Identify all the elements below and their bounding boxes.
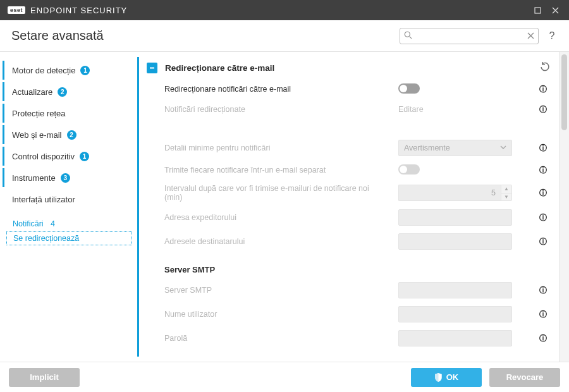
collapse-icon[interactable] bbox=[147, 63, 157, 73]
row-recipient-addresses: Adresele destinatarului bbox=[139, 230, 556, 254]
button-label: OK bbox=[446, 372, 459, 382]
select-value: Avertismente bbox=[404, 144, 450, 152]
sidebar-item-label: Protecție rețea bbox=[12, 109, 66, 118]
default-button[interactable]: Implicit bbox=[9, 368, 80, 387]
button-label: Implicit bbox=[30, 372, 59, 382]
sidebar-badge: 1 bbox=[80, 152, 89, 161]
content-panel: Redirecționare către e-mail Redirecționa… bbox=[136, 52, 559, 362]
svg-rect-0 bbox=[535, 8, 541, 13]
chevron-down-icon bbox=[500, 144, 506, 152]
scrollbar[interactable] bbox=[559, 52, 569, 362]
window-maximize-button[interactable] bbox=[529, 0, 546, 20]
revert-icon[interactable] bbox=[540, 62, 550, 74]
sidebar-item-detection-engine[interactable]: Motor de detecție 1 bbox=[3, 61, 132, 80]
header: Setare avansată ? bbox=[0, 20, 569, 52]
sidebar-item-network-protection[interactable]: Protecție rețea bbox=[3, 104, 132, 123]
button-label: Revocare bbox=[506, 372, 544, 382]
row-label: Redirecționare notificări către e-mail bbox=[164, 85, 379, 94]
sidebar-sub-label: Notificări bbox=[13, 219, 44, 228]
sidebar-sub-forwarding[interactable]: Se redirecționează bbox=[6, 231, 132, 245]
row-sender-address: Adresa expeditorului bbox=[139, 205, 556, 230]
section-header: Redirecționare către e-mail bbox=[139, 57, 556, 79]
spinner-value: 5 bbox=[398, 185, 501, 201]
sidebar-item-label: Actualizare bbox=[12, 87, 52, 97]
row-label: Nume utilizator bbox=[164, 310, 379, 319]
window-close-button[interactable] bbox=[546, 0, 564, 20]
row-min-verbosity: Detalii minime pentru notificări Avertis… bbox=[139, 136, 556, 160]
sidebar-badge: 4 bbox=[51, 219, 55, 228]
info-icon[interactable] bbox=[536, 104, 550, 115]
row-label: Adresa expeditorului bbox=[164, 213, 379, 222]
input-smtp-password[interactable] bbox=[398, 330, 512, 346]
input-sender-address[interactable] bbox=[398, 209, 512, 226]
search-input[interactable] bbox=[416, 32, 523, 40]
section-email-forwarding: Redirecționare către e-mail Redirecționa… bbox=[137, 57, 556, 357]
sidebar-item-user-interface[interactable]: Interfață utilizator bbox=[3, 190, 132, 209]
info-icon[interactable] bbox=[536, 309, 550, 320]
row-label: Adresele destinatarului bbox=[164, 237, 379, 246]
row-smtp-username: Nume utilizator bbox=[139, 302, 556, 326]
sidebar-badge: 2 bbox=[67, 130, 76, 140]
help-button[interactable]: ? bbox=[544, 30, 560, 42]
row-label: Trimite fiecare notificare într-un e-mai… bbox=[164, 166, 379, 175]
spinner-interval[interactable]: 5 ▲ ▼ bbox=[398, 185, 512, 201]
shield-icon bbox=[434, 373, 443, 382]
sidebar-item-update[interactable]: Actualizare 2 bbox=[3, 82, 132, 101]
sidebar-item-device-control[interactable]: Control dispozitiv 1 bbox=[3, 147, 132, 166]
row-label: Parolă bbox=[164, 334, 379, 343]
row-label: Notificări redirecționate bbox=[164, 105, 379, 114]
info-icon[interactable] bbox=[536, 84, 550, 95]
info-icon[interactable] bbox=[536, 236, 550, 247]
row-label: Intervalul după care vor fi trimise e-ma… bbox=[164, 184, 379, 202]
subheading-smtp: Server SMTP bbox=[139, 254, 556, 278]
svg-point-1 bbox=[405, 32, 410, 37]
sidebar-item-label: Web și e-mail bbox=[12, 130, 62, 140]
brand: eset ENDPOINT SECURITY bbox=[8, 6, 127, 15]
search-box[interactable] bbox=[400, 28, 539, 44]
sidebar-badge: 2 bbox=[58, 87, 67, 97]
info-icon[interactable] bbox=[536, 188, 550, 199]
spinner-up-icon[interactable]: ▲ bbox=[501, 185, 511, 193]
brand-logo: eset bbox=[8, 6, 25, 14]
input-recipient-addresses[interactable] bbox=[398, 233, 512, 250]
row-label: Detalii minime pentru notificări bbox=[164, 144, 379, 152]
svg-line-2 bbox=[410, 36, 412, 39]
row-smtp-password: Parolă bbox=[139, 326, 556, 350]
info-icon[interactable] bbox=[536, 165, 550, 176]
info-icon[interactable] bbox=[536, 143, 550, 154]
product-name: ENDPOINT SECURITY bbox=[30, 6, 127, 15]
sidebar-badge: 1 bbox=[80, 66, 90, 75]
titlebar: eset ENDPOINT SECURITY bbox=[0, 0, 569, 20]
sidebar-item-label: Control dispozitiv bbox=[12, 152, 75, 161]
footer: Implicit OK Revocare bbox=[0, 362, 569, 392]
clear-search-icon[interactable] bbox=[527, 30, 534, 42]
spinner-down-icon[interactable]: ▼ bbox=[501, 193, 511, 201]
sidebar-sub-notifications[interactable]: Notificări 4 bbox=[6, 217, 132, 230]
sidebar-item-web-email[interactable]: Web și e-mail 2 bbox=[3, 125, 132, 144]
info-icon[interactable] bbox=[536, 285, 550, 296]
row-forwarded-notifications: Notificări redirecționate Editare bbox=[139, 99, 556, 119]
ok-button[interactable]: OK bbox=[411, 368, 482, 387]
info-icon[interactable] bbox=[536, 212, 550, 223]
input-smtp-server[interactable] bbox=[398, 282, 512, 298]
cancel-button[interactable]: Revocare bbox=[489, 368, 560, 387]
edit-link[interactable]: Editare bbox=[398, 105, 424, 114]
search-icon bbox=[404, 30, 412, 42]
sidebar-item-label: Instrumente bbox=[12, 173, 56, 183]
row-forward-notifications: Redirecționare notificări către e-mail bbox=[139, 79, 556, 99]
row-label: Server SMTP bbox=[164, 286, 379, 295]
sidebar-item-label: Motor de detecție bbox=[12, 66, 75, 75]
sidebar-item-label: Interfață utilizator bbox=[12, 195, 75, 204]
select-min-verbosity[interactable]: Avertismente bbox=[398, 140, 512, 156]
info-icon[interactable] bbox=[536, 333, 550, 344]
sidebar-sub-label: Se redirecționează bbox=[13, 234, 79, 243]
toggle-forward-notifications[interactable] bbox=[398, 83, 420, 94]
toggle-separate-emails[interactable] bbox=[398, 164, 420, 175]
row-interval: Intervalul după care vor fi trimise e-ma… bbox=[139, 180, 556, 205]
section-title: Redirecționare către e-mail bbox=[165, 63, 274, 73]
sidebar-item-tools[interactable]: Instrumente 3 bbox=[3, 168, 132, 187]
row-smtp-server: Server SMTP bbox=[139, 278, 556, 302]
scrollbar-thumb[interactable] bbox=[561, 54, 567, 130]
input-smtp-username[interactable] bbox=[398, 306, 512, 322]
row-separate-emails: Trimite fiecare notificare într-un e-mai… bbox=[139, 160, 556, 180]
